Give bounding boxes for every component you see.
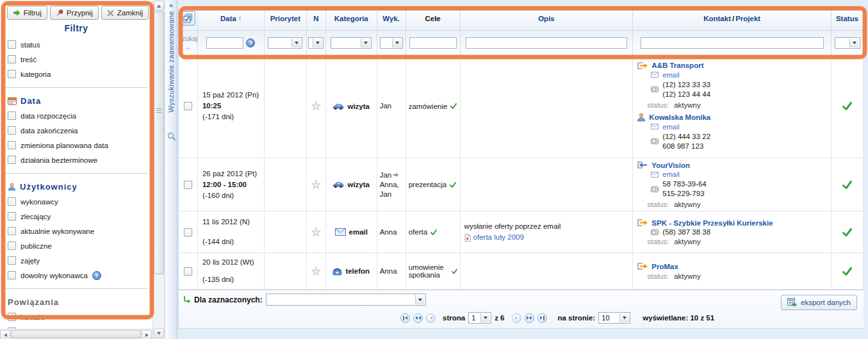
scroll-up-button[interactable]: [154, 1, 164, 11]
filter-item: kontakt: [8, 310, 145, 324]
fast-next-button[interactable]: [525, 313, 534, 323]
checkbox[interactable]: [8, 197, 16, 206]
cell-kategoria: wizyta: [326, 54, 377, 158]
cele-search-input[interactable]: [409, 37, 457, 49]
checkbox[interactable]: [8, 242, 16, 250]
scroll-right-button[interactable]: [142, 330, 152, 339]
checkbox[interactable]: [8, 313, 16, 321]
data-search-input[interactable]: [206, 37, 243, 49]
checkbox[interactable]: [8, 256, 16, 265]
help-icon[interactable]: ?: [92, 271, 101, 280]
cell-kontakt: ProMax status:aktywny: [633, 253, 831, 290]
checkbox[interactable]: [8, 126, 16, 135]
cell-n: ★: [307, 158, 326, 211]
calendar-icon: [8, 97, 17, 105]
n-select[interactable]: [308, 37, 323, 49]
scroll-left-button[interactable]: [0, 330, 10, 339]
wyk-select[interactable]: [380, 37, 403, 49]
kategoria-select[interactable]: [331, 37, 372, 49]
divider: [5, 87, 147, 88]
filter-label: kategoria: [20, 70, 51, 78]
attachment-link[interactable]: oferta luty 2009: [473, 232, 524, 243]
column-header-priorytet[interactable]: Priorytet: [265, 6, 307, 31]
email-link[interactable]: email: [662, 123, 679, 131]
advanced-search-label[interactable]: Wyszukiwanie zaawansowane: [167, 11, 175, 112]
cell-data: 15 paź 2012 (Pn) 10:25 (-171 dni): [198, 54, 265, 158]
cell-opis: wysłanie oferty poprzez email oferta lut…: [461, 211, 634, 253]
row-checkbox[interactable]: [184, 181, 192, 189]
checkbox[interactable]: [8, 55, 16, 63]
next-page-button[interactable]: [512, 313, 521, 323]
prev-page-button[interactable]: [426, 313, 436, 323]
status-select[interactable]: [835, 37, 860, 49]
contact-link[interactable]: Kowalska Monika: [649, 113, 710, 121]
star-icon[interactable]: ★: [311, 178, 321, 192]
close-filters-button[interactable]: Zamknij: [101, 6, 149, 20]
phone-number: (12) 444 33 22: [662, 132, 710, 142]
table-row: 15 paź 2012 (Pn) 10:25 (-171 dni) ★ wizy…: [179, 54, 864, 158]
checkbox[interactable]: [8, 156, 16, 164]
last-page-button[interactable]: [537, 313, 547, 323]
email-link[interactable]: email: [662, 71, 679, 79]
checkbox[interactable]: [8, 112, 16, 120]
help-icon[interactable]: ?: [246, 38, 255, 47]
contact-link[interactable]: ProMax: [651, 263, 678, 270]
scrollbar-thumb[interactable]: [11, 330, 141, 338]
kontakt-search-input[interactable]: [641, 37, 824, 49]
bulk-action-select[interactable]: [266, 294, 426, 306]
select-all-button[interactable]: [181, 11, 195, 26]
opis-search-input[interactable]: [466, 37, 627, 49]
column-header-n[interactable]: N: [307, 6, 326, 31]
column-header-data[interactable]: Data↑: [198, 6, 265, 31]
scroll-down-button[interactable]: [154, 328, 164, 338]
scrollbar-thumb[interactable]: [154, 12, 164, 274]
contact-link[interactable]: A&B Transport: [651, 62, 703, 69]
email-link[interactable]: email: [662, 170, 679, 178]
collapse-panel-icon[interactable]: «: [165, 1, 177, 9]
company-outgoing-icon: [637, 219, 648, 227]
checkbox[interactable]: [8, 227, 16, 235]
cell-wyk: Anna: [377, 253, 406, 290]
column-header-kontakt-projekt[interactable]: Kontakt/Projekt: [633, 6, 831, 31]
column-header-opis[interactable]: Opis: [461, 6, 634, 31]
export-data-button[interactable]: eksport danych: [781, 295, 857, 310]
star-icon[interactable]: ★: [311, 99, 321, 113]
first-page-button[interactable]: [400, 313, 410, 323]
filter-label: działania bezterminowe: [20, 156, 97, 164]
star-icon[interactable]: ★: [311, 226, 321, 239]
column-header-cele[interactable]: Cele: [406, 6, 461, 31]
filter-item: data zakończenia: [8, 123, 145, 138]
cell-opis: [461, 158, 634, 211]
fast-prev-button[interactable]: [413, 313, 423, 323]
horizontal-scrollbar[interactable]: [0, 329, 152, 339]
priorytet-select[interactable]: [268, 37, 302, 49]
page-select[interactable]: 1: [468, 312, 491, 324]
filter-label: publiczne: [20, 242, 52, 250]
check-icon: [450, 103, 457, 109]
contact-block: Kowalska Monika email (12) 444 33 22 608…: [637, 113, 827, 151]
column-header-kategoria[interactable]: Kategoria: [326, 6, 377, 31]
row-checkbox[interactable]: [184, 102, 192, 110]
column-header-status[interactable]: Status: [831, 6, 864, 31]
cell-opis: [461, 54, 634, 158]
vertical-scrollbar[interactable]: [152, 0, 164, 339]
row-checkbox[interactable]: [184, 228, 192, 236]
checkbox[interactable]: [8, 40, 16, 49]
checkbox[interactable]: [8, 271, 16, 279]
checkbox[interactable]: [8, 141, 16, 149]
pin-icon: [56, 9, 63, 17]
phone-number: (12) 123 44 44: [662, 90, 710, 99]
star-icon[interactable]: ★: [311, 265, 321, 278]
checkbox[interactable]: [8, 212, 16, 220]
status-check-icon: [842, 228, 852, 236]
checkbox[interactable]: [8, 70, 16, 78]
filter-apply-button[interactable]: Filtruj: [7, 6, 47, 20]
advanced-search-strip[interactable]: « Wyszukiwanie zaawansowane: [165, 0, 177, 339]
contact-link[interactable]: YourVision: [651, 161, 690, 169]
contact-link[interactable]: SPK - Szybkie Przesyłki Kurierskie: [651, 219, 773, 227]
per-page-select[interactable]: 10: [598, 312, 630, 324]
pin-button[interactable]: Przypnij: [50, 6, 99, 20]
column-header-wyk[interactable]: Wyk.: [377, 6, 406, 31]
row-checkbox[interactable]: [184, 267, 192, 276]
filter-list: status treść kategoria Data data rozpocz…: [8, 37, 145, 339]
